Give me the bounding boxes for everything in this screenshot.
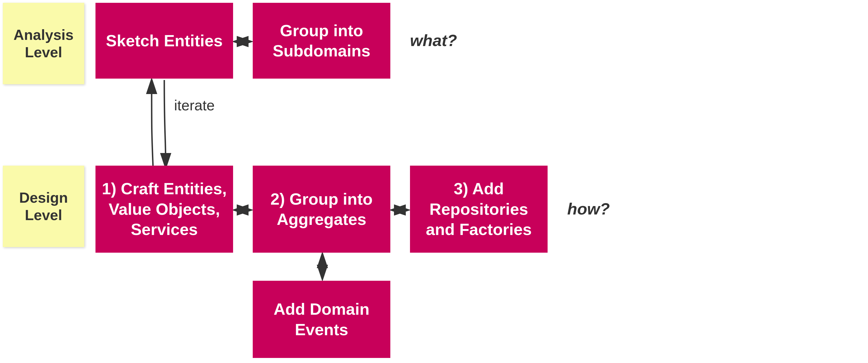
design-level-label: Design Level	[7, 189, 80, 224]
add-domain-events-label: Add Domain Events	[258, 299, 385, 340]
sketch-entities-label: Sketch Entities	[106, 31, 223, 51]
analysis-level-sticky: Analysis Level	[3, 3, 84, 84]
sketch-entities-box: Sketch Entities	[95, 3, 233, 78]
add-repositories-box: 3) Add Repositories and Factories	[410, 166, 548, 253]
iterate-label: iterate	[174, 97, 215, 114]
group-aggregates-box: 2) Group into Aggregates	[253, 166, 390, 253]
group-subdomains-label: Group into Subdomains	[258, 21, 385, 61]
group-subdomains-box: Group into Subdomains	[253, 3, 390, 78]
group-aggregates-label: 2) Group into Aggregates	[258, 189, 385, 230]
design-level-sticky: Design Level	[3, 166, 84, 247]
add-domain-events-box: Add Domain Events	[253, 281, 390, 358]
what-label: what?	[410, 31, 457, 50]
craft-entities-box: 1) Craft Entities, Value Objects, Servic…	[95, 166, 233, 253]
add-repositories-label: 3) Add Repositories and Factories	[415, 178, 542, 240]
analysis-level-label: Analysis Level	[7, 26, 80, 61]
how-label: how?	[567, 199, 610, 218]
craft-entities-label: 1) Craft Entities, Value Objects, Servic…	[101, 178, 227, 240]
